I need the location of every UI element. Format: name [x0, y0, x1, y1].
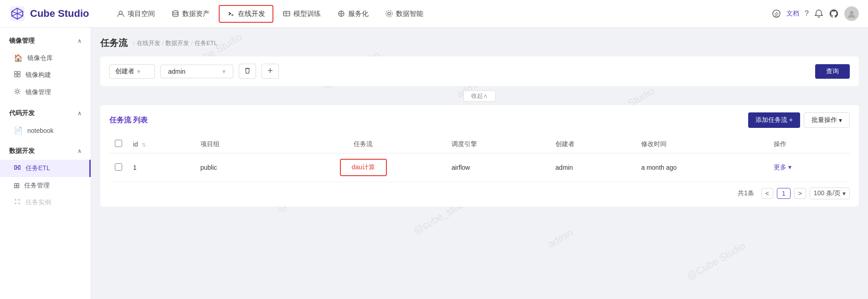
svg-point-22	[18, 203, 20, 204]
query-button[interactable]: 查询	[815, 64, 850, 79]
github-icon[interactable]	[829, 9, 839, 19]
col-modified-time: 修改时间	[636, 135, 768, 153]
svg-point-18	[16, 90, 19, 93]
current-page[interactable]: 1	[777, 188, 791, 199]
nav-item-model-train[interactable]: 模型训练	[275, 6, 328, 22]
task-etl-icon	[14, 164, 21, 173]
sidebar-item-image-manage[interactable]: 镜像管理	[0, 84, 91, 101]
service-icon	[337, 10, 345, 18]
nav-item-service[interactable]: 服务化	[330, 6, 376, 22]
table-section: 任务流 列表 添加任务流 + 批量操作 ▾	[100, 105, 859, 207]
col-actions: 操作	[768, 135, 850, 153]
main-content: @cube Studio @cube_studio admin @Cube St…	[91, 28, 868, 299]
sidebar-section-image-mgmt[interactable]: 镜像管理 ∧	[0, 32, 91, 50]
col-id: id ⇅	[128, 135, 195, 153]
col-task-flow: 任务流	[281, 135, 446, 153]
row-checkbox[interactable]	[115, 163, 122, 171]
doc-link[interactable]: 文档	[786, 10, 799, 18]
sidebar-item-task-instance: 任务实例	[0, 194, 91, 211]
page-size-dropdown-icon: ▾	[842, 190, 846, 197]
table-header-row: id ⇅ 项目组 任务流 调度引擎 创建者 修改时间 操作	[109, 135, 850, 153]
sidebar-item-task-etl[interactable]: 任务ETL	[0, 160, 91, 177]
task-manage-icon: ⊞	[14, 181, 20, 190]
bell-icon[interactable]	[814, 9, 823, 18]
svg-rect-4	[283, 11, 290, 16]
top-nav: Cube Studio 项目空间 数据资产 在线开发 模型训练 服务化	[0, 0, 868, 28]
chevron-up-icon-3: ∧	[77, 148, 82, 154]
prev-page-btn[interactable]: <	[761, 188, 773, 199]
col-creator: 创建者	[550, 135, 636, 153]
add-filter-btn[interactable]	[262, 64, 279, 79]
row-checkbox-cell[interactable]	[109, 153, 128, 182]
dropdown-icon: ▾	[137, 68, 140, 75]
trash-icon	[244, 67, 251, 74]
sort-icon-id[interactable]: ⇅	[142, 142, 146, 147]
nav-item-data-assets[interactable]: 数据资产	[164, 6, 217, 22]
row-id: 1	[128, 153, 195, 182]
col-project-group: 项目组	[195, 135, 281, 153]
row-modified-time: a month ago	[636, 153, 768, 182]
nav-item-project[interactable]: 项目空间	[109, 6, 162, 22]
svg-point-21	[15, 203, 16, 204]
svg-rect-16	[15, 75, 17, 77]
row-task-flow-cell[interactable]: dau计算	[281, 153, 446, 182]
collapse-row: 收起∧	[100, 89, 859, 105]
help-icon[interactable]: ?	[805, 10, 809, 18]
online-dev-icon	[227, 10, 235, 18]
creator-label-select[interactable]: 创建者 ▾	[109, 64, 155, 79]
svg-point-10	[386, 10, 392, 17]
add-task-flow-button[interactable]: 添加任务流 +	[748, 112, 800, 128]
table-actions: 添加任务流 + 批量操作 ▾	[748, 112, 850, 128]
svg-point-19	[15, 199, 16, 201]
creator-value-select[interactable]: admin ▾	[160, 65, 233, 78]
col-scheduler: 调度引擎	[446, 135, 550, 153]
table-header: 任务流 列表 添加任务流 + 批量操作 ▾	[109, 112, 850, 128]
row-scheduler: airflow	[446, 153, 550, 182]
chevron-up-icon-2: ∧	[77, 110, 82, 117]
sidebar-section-code-dev[interactable]: 代码开发 ∧	[0, 105, 91, 122]
sidebar: 镜像管理 ∧ 🏠 镜像仓库 镜像构建 镜像管理 代码开发 ∧ 📄 noteboo…	[0, 28, 91, 299]
svg-point-2	[173, 11, 178, 13]
breadcrumb: 任务流 / 在线开发 / 数据开发 / 任务ETL	[100, 37, 859, 49]
logo-area: Cube Studio	[9, 5, 109, 22]
nav-item-data-intel[interactable]: 数据智能	[378, 6, 431, 22]
row-creator: admin	[550, 153, 636, 182]
svg-text:企: 企	[774, 11, 779, 17]
batch-dropdown-icon: ▾	[839, 117, 842, 124]
next-page-btn[interactable]: >	[794, 188, 806, 199]
pagination: 共1条 < 1 > 100 条/页 ▾	[109, 182, 850, 199]
nav-item-online-dev[interactable]: 在线开发	[219, 5, 273, 23]
row-actions[interactable]: 更多 ▾	[768, 153, 850, 182]
breadcrumb-online-dev[interactable]: 在线开发	[137, 39, 160, 47]
delete-filter-btn[interactable]	[239, 64, 256, 79]
task-instance-icon	[14, 198, 21, 207]
select-all-checkbox[interactable]	[115, 140, 122, 147]
select-all-header[interactable]	[109, 135, 128, 153]
batch-operations-button[interactable]: 批量操作 ▾	[804, 112, 850, 128]
nav-items: 项目空间 数据资产 在线开发 模型训练 服务化 数据智能	[109, 5, 772, 23]
collapse-button[interactable]: 收起∧	[463, 91, 496, 101]
page-size-select[interactable]: 100 条/页 ▾	[810, 188, 850, 199]
svg-rect-14	[15, 71, 17, 74]
plus-icon	[267, 67, 274, 74]
sidebar-section-data-dev[interactable]: 数据开发 ∧	[0, 142, 91, 160]
breadcrumb-data-dev[interactable]: 数据开发	[165, 39, 189, 47]
actions-dropdown-icon[interactable]: ▾	[788, 163, 791, 171]
project-icon	[117, 10, 125, 18]
enterprise-icon[interactable]: 企	[772, 9, 781, 18]
image-build-icon	[14, 71, 21, 80]
sidebar-item-image-build[interactable]: 镜像构建	[0, 66, 91, 84]
data-intel-icon	[385, 10, 393, 18]
page-title: 任务流	[100, 37, 128, 49]
notebook-icon: 📄	[14, 126, 23, 135]
svg-rect-17	[18, 75, 20, 77]
svg-point-13	[850, 11, 853, 15]
sidebar-item-notebook[interactable]: 📄 notebook	[0, 122, 91, 139]
breadcrumb-task-etl[interactable]: 任务ETL	[195, 39, 217, 47]
user-avatar[interactable]	[844, 6, 859, 21]
table-title: 任务流 列表	[109, 116, 148, 125]
task-flow-link[interactable]: dau计算	[340, 159, 387, 176]
sidebar-item-image-repo[interactable]: 🏠 镜像仓库	[0, 50, 91, 66]
sidebar-item-task-manage[interactable]: ⊞ 任务管理	[0, 177, 91, 194]
table-scroll[interactable]: id ⇅ 项目组 任务流 调度引擎 创建者 修改时间 操作	[109, 135, 850, 182]
